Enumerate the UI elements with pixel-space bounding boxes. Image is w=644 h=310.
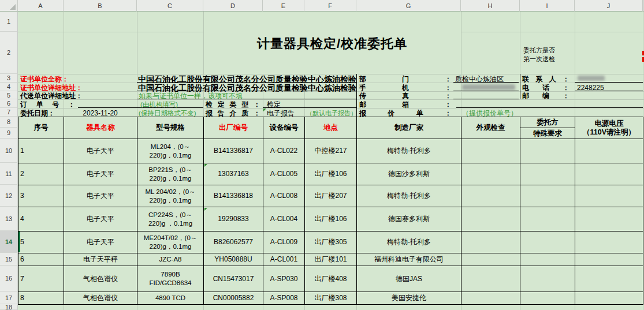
phone-value[interactable]: 2248225: [577, 84, 604, 92]
deliver-addr-hint[interactable]: 如果与证书单位一样，该项可不填: [139, 92, 243, 100]
table-header-9[interactable]: 电源电压 （110V请注明）: [575, 117, 643, 139]
cert-addr-label[interactable]: 证书单位详细地址：: [20, 84, 83, 92]
date-label[interactable]: 委托日期：: [20, 109, 55, 117]
cell-r6-name[interactable]: 电子天平秤: [64, 253, 137, 266]
row-header-15[interactable]: 15: [0, 253, 18, 266]
cell-r6-device[interactable]: A-CL001: [263, 253, 304, 266]
cell-r4-location[interactable]: 出厂楼106: [305, 207, 356, 231]
table-header-2[interactable]: 型号规格: [137, 117, 203, 139]
col-header-b[interactable]: B: [64, 0, 137, 12]
cell-r1-serial[interactable]: B141336817: [204, 139, 263, 163]
col-header-e[interactable]: E: [263, 0, 304, 12]
verify-type-label[interactable]: 检 定 类 型 ：: [206, 100, 260, 109]
table-header-7[interactable]: 外观检查: [461, 117, 520, 139]
cell-r4-name[interactable]: 电子天平: [64, 207, 137, 231]
cell-r7-location[interactable]: 出厂楼408: [305, 266, 356, 292]
verify-type-value[interactable]: 检定: [267, 100, 281, 109]
cell-r4-no[interactable]: 4: [18, 207, 64, 231]
cell-r4-model[interactable]: CP224S，(0～ 220)g ，0.1mg: [137, 207, 203, 231]
mobile-label[interactable]: 手 机 ：: [359, 84, 452, 92]
cell-r7-name[interactable]: 气相色谱仪: [64, 266, 137, 292]
cell-r7-maker[interactable]: 德国JAS: [357, 266, 461, 292]
cell-r7-serial[interactable]: CN15473017: [204, 266, 263, 292]
fax-label[interactable]: 传 真 ：: [359, 92, 452, 100]
row-header-6[interactable]: 6: [0, 99, 18, 108]
cert-name-label[interactable]: 证书单位全称：: [20, 75, 69, 83]
col-header-f[interactable]: F: [304, 0, 356, 12]
cell-r8-no[interactable]: 8: [18, 292, 64, 304]
cell-r6-location[interactable]: 出厂楼101: [305, 253, 356, 266]
cell-r8-location[interactable]: 出厂楼308: [305, 292, 356, 304]
cell-r8-name[interactable]: 气相色谱仪: [64, 292, 137, 304]
cert-addr-value[interactable]: 中国石油化工股份有限公司茂名分公司质量检验中心炼油检验: [138, 84, 356, 92]
cell-r8-model[interactable]: 4890 TCD: [137, 292, 203, 304]
table-header-1[interactable]: 器具名称: [64, 117, 137, 139]
cell-r2-maker[interactable]: 德国沙多利斯: [357, 163, 461, 185]
row-header-7[interactable]: 7: [0, 108, 18, 117]
row-header-17[interactable]: 17: [0, 292, 18, 304]
cell-r3-maker[interactable]: 梅特勒-托利多: [357, 185, 461, 207]
cell-r5-model[interactable]: ME204T/02，(0～ 220)g，0.1mg: [137, 231, 203, 253]
cell-r1-maker[interactable]: 梅特勒-托利多: [357, 139, 461, 163]
cell-r2-serial[interactable]: 13037163: [204, 163, 263, 185]
phone-label[interactable]: 电 话 ：: [522, 84, 569, 92]
cell-r4-maker[interactable]: 德国赛多利斯: [357, 207, 461, 231]
row-header-18[interactable]: 18: [0, 304, 18, 310]
cell-r1-no[interactable]: 1: [18, 139, 64, 163]
cell-r8-serial[interactable]: CN00005882: [204, 292, 263, 304]
row-header-13[interactable]: 13: [0, 207, 18, 231]
dept-label[interactable]: 部 门 ：: [359, 75, 452, 83]
order-no-label[interactable]: 订 单 号 ：: [20, 100, 75, 109]
report-media-hint[interactable]: （默认电子报告）: [306, 109, 356, 117]
cell-r7-device[interactable]: A-SP030: [263, 266, 304, 292]
col-header-g[interactable]: G: [356, 0, 461, 12]
col-header-a[interactable]: A: [18, 0, 64, 12]
cell-r6-model[interactable]: JZC-A8: [137, 253, 203, 266]
cell-r3-location[interactable]: 出厂楼207: [305, 185, 356, 207]
col-header-c[interactable]: C: [137, 0, 203, 12]
report-media-value[interactable]: 电子报告: [267, 109, 295, 117]
cell-r2-location[interactable]: 出厂楼106: [305, 163, 356, 185]
cell-r1-name[interactable]: 电子天平: [64, 139, 137, 163]
row-header-3[interactable]: 3: [0, 74, 18, 83]
cell-r4-serial[interactable]: 19290833: [204, 207, 263, 231]
row-header-14[interactable]: 14: [0, 231, 18, 253]
cell-r8-maker[interactable]: 美国安捷伦: [357, 292, 461, 304]
cell-r3-no[interactable]: 3: [18, 185, 64, 207]
row-header-9[interactable]: 9: [0, 128, 18, 139]
row-header-2[interactable]: 2: [0, 32, 18, 74]
cell-r4-device[interactable]: A-CL004: [263, 207, 304, 231]
cell-r2-name[interactable]: 电子天平: [64, 163, 137, 185]
row-header-5[interactable]: 5: [0, 91, 18, 99]
cell-r5-serial[interactable]: B826062577: [204, 231, 263, 253]
cell-r3-serial[interactable]: B141336818: [204, 185, 263, 207]
dept-value[interactable]: 质检中心炼油区: [455, 75, 519, 83]
row-header-11[interactable]: 11: [0, 163, 18, 185]
email-label[interactable]: 邮 箱 ：: [359, 100, 452, 109]
cell-r5-name[interactable]: 电子天平: [64, 231, 137, 253]
table-header-8b[interactable]: 特殊要求: [520, 128, 575, 139]
row-header-4[interactable]: 4: [0, 83, 18, 91]
cell-r3-device[interactable]: A-CL008: [263, 185, 304, 207]
table-header-8a[interactable]: 委托方: [520, 117, 575, 128]
row-header-1[interactable]: 1: [0, 12, 18, 32]
table-header-0[interactable]: 序号: [18, 117, 64, 139]
cell-r1-device[interactable]: A-CL022: [263, 139, 304, 163]
table-header-3[interactable]: 出厂编号: [204, 117, 263, 139]
table-header-6[interactable]: 制造厂家: [357, 117, 461, 139]
cell-r8-device[interactable]: A-SP008: [263, 292, 304, 304]
cell-r5-device[interactable]: A-CL009: [263, 231, 304, 253]
cell-r5-no[interactable]: 5: [18, 231, 64, 253]
cell-r6-serial[interactable]: YH050888U: [204, 253, 263, 266]
cell-r3-name[interactable]: 电子天平: [64, 185, 137, 207]
row-header-10[interactable]: 10: [0, 139, 18, 163]
cell-r7-model[interactable]: 7890B FID/GCD8634: [137, 266, 203, 292]
first-time-note-cell[interactable]: 委托方是否 第一次送检: [523, 46, 574, 64]
cell-r1-model[interactable]: ML204，(0～ 220)g，0.1mg: [137, 139, 203, 163]
select-all-corner[interactable]: [0, 0, 18, 12]
col-header-j[interactable]: J: [575, 0, 643, 12]
report-media-label[interactable]: 报 告 介 质 ：: [206, 109, 260, 117]
table-header-4[interactable]: 设备编号: [263, 117, 304, 139]
table-header-5[interactable]: 地点: [305, 117, 356, 139]
col-header-d[interactable]: D: [203, 0, 263, 12]
